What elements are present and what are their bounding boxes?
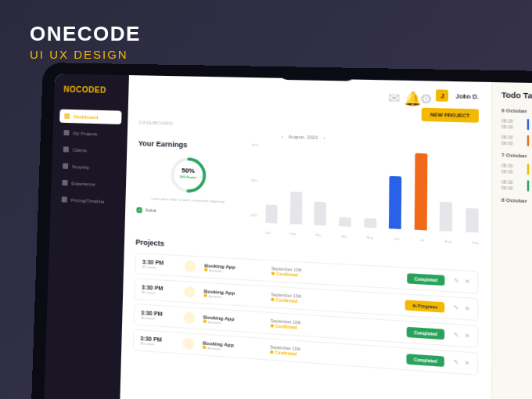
todo-time: 08:3009:00 xyxy=(501,118,522,130)
todo-day-header[interactable]: 6 October⌄ xyxy=(501,108,532,116)
todo-item[interactable]: 08:3009:00TasksProject xyxy=(501,163,532,178)
delete-icon[interactable]: ✕ xyxy=(465,360,470,368)
bar-jul xyxy=(415,153,428,231)
status-badge: In Progress xyxy=(405,300,444,312)
marketing-subtitle: UI UX DESIGN xyxy=(30,48,141,61)
messages-icon[interactable]: ✉ xyxy=(389,90,397,99)
active-label: Active xyxy=(146,207,156,213)
project-icon xyxy=(183,311,195,324)
chevron-left-icon[interactable]: ‹ xyxy=(282,134,283,138)
bar-sep xyxy=(466,208,478,233)
brand-logo: NOCODED xyxy=(60,84,122,95)
marketing-title: ONECODE xyxy=(30,22,141,46)
project-time: 3:30 PM30 minute xyxy=(140,336,174,348)
pin-icon xyxy=(203,319,207,323)
project-date: September 10thConfirmed xyxy=(271,318,398,337)
x-tick: Jul xyxy=(419,238,424,243)
x-tick: Jan xyxy=(265,230,271,235)
nav-label: Clients xyxy=(73,147,88,153)
todo-time: 08:3009:00 xyxy=(501,163,522,174)
x-tick: Apr xyxy=(341,234,347,239)
edit-icon[interactable]: ✎ xyxy=(454,304,459,311)
date-nav-label: August, 2021 xyxy=(288,134,318,140)
sidebar-item-experience[interactable]: Experience xyxy=(57,176,120,192)
sidebar-item-pricing-timeline[interactable]: Pricing/Timeline xyxy=(57,192,120,209)
todo-color-bar xyxy=(527,164,529,174)
todo-color-bar xyxy=(527,180,529,192)
earnings-desc: Lorem ipsum dolor sit amet, consectetur … xyxy=(137,196,239,204)
status-badge: Completed xyxy=(407,273,444,286)
edit-icon[interactable]: ✎ xyxy=(454,278,459,285)
nav-icon xyxy=(63,130,69,135)
project-app: Booking AppAustralia xyxy=(203,340,261,354)
edit-icon[interactable]: ✎ xyxy=(454,332,459,339)
todo-day-header[interactable]: 7 October⌄ xyxy=(501,153,532,161)
todo-time: 08:3009:00 xyxy=(501,135,522,146)
nav-icon xyxy=(62,180,67,185)
sidebar-item-dashboard[interactable]: Dashboard xyxy=(59,110,122,124)
todo-panel: Todo Tasks 6 October⌄08:3009:00Marketing… xyxy=(491,82,532,399)
sidebar-item-scoping[interactable]: Scoping xyxy=(58,159,120,174)
bar-mar xyxy=(315,202,327,226)
bar-jan xyxy=(265,204,278,224)
sidebar: NOCODED DashboardMy ProjectsClientsScopi… xyxy=(43,74,129,399)
check-icon: ✓ xyxy=(136,207,142,213)
edit-icon[interactable]: ✎ xyxy=(454,359,459,366)
project-date: September 10thConfirmed xyxy=(271,292,397,310)
bar-jun xyxy=(389,176,401,229)
todo-item[interactable]: 08:3009:00DevelopingJava Tasks xyxy=(501,135,532,149)
marketing-overlay: ONECODE UI UX DESIGN xyxy=(30,22,141,61)
earnings-chart: 60%30%10% JanFebMarAprMayJunJulAugSep xyxy=(250,143,479,245)
x-tick: Jun xyxy=(394,236,399,241)
bell-icon[interactable]: 🔔 xyxy=(404,91,413,99)
earnings-card: Your Earnings 50% 15% Faster Lorem ipsum… xyxy=(136,139,240,233)
todo-color-bar xyxy=(527,119,529,130)
earnings-title: Your Earnings xyxy=(138,139,240,151)
bar-may xyxy=(364,218,376,228)
project-app: Booking AppAustralia xyxy=(203,315,262,328)
status-badge: Completed xyxy=(407,354,444,367)
y-tick: 30% xyxy=(251,178,258,182)
sidebar-item-my-projects[interactable]: My Projects xyxy=(59,126,121,142)
pin-icon xyxy=(203,293,207,297)
main-area: ✉ 🔔 ⚙ J John D. NEW PROJECT DASHBOARD ‹ … xyxy=(119,75,532,399)
laptop-notch xyxy=(279,66,355,81)
avatar[interactable]: J xyxy=(436,89,448,101)
nav-icon xyxy=(63,146,69,152)
earnings-gauge: 50% 15% Faster xyxy=(170,156,207,194)
project-time: 3:30 PM30 minute xyxy=(141,310,175,322)
chevron-right-icon[interactable]: › xyxy=(323,135,325,140)
delete-icon[interactable]: ✕ xyxy=(465,305,470,312)
active-checkbox[interactable]: ✓ Active xyxy=(136,207,239,217)
delete-icon[interactable]: ✕ xyxy=(465,278,470,285)
x-tick: May xyxy=(367,235,374,240)
nav-label: Dashboard xyxy=(74,114,98,120)
projects-section: Projects 3:30 PM30 minuteBooking AppAust… xyxy=(133,238,479,376)
nav-label: Pricing/Timeline xyxy=(71,197,105,203)
x-tick: Mar xyxy=(315,233,322,238)
bar-apr xyxy=(339,217,351,227)
x-tick: Feb xyxy=(290,232,297,236)
todo-day-header[interactable]: 8 October⌄ xyxy=(501,197,532,207)
nav-label: Experience xyxy=(71,181,95,186)
delete-icon[interactable]: ✕ xyxy=(465,332,470,340)
bar-aug xyxy=(440,202,452,232)
y-tick: 10% xyxy=(250,213,257,217)
x-tick: Aug xyxy=(445,239,451,243)
project-icon xyxy=(182,337,194,350)
project-time: 3:30 PM30 minute xyxy=(142,259,177,271)
todo-title: Todo Tasks xyxy=(501,91,532,102)
todo-item[interactable]: 08:3009:00SalesSuccess xyxy=(501,179,532,194)
project-icon xyxy=(185,261,196,273)
nav-icon xyxy=(62,196,67,202)
pin-icon xyxy=(204,268,207,271)
laptop-frame: NOCODED DashboardMy ProjectsClientsScopi… xyxy=(31,63,532,399)
project-app: Booking AppAustralia xyxy=(204,263,263,275)
new-project-button[interactable]: NEW PROJECT xyxy=(422,108,479,123)
topbar: ✉ 🔔 ⚙ J John D. xyxy=(139,84,479,102)
project-icon xyxy=(184,286,196,298)
gear-icon[interactable]: ⚙ xyxy=(420,91,429,99)
status-badge: Completed xyxy=(407,327,444,340)
todo-item[interactable]: 08:3009:00Marketing3 markets sales xyxy=(501,118,532,132)
sidebar-item-clients[interactable]: Clients xyxy=(59,142,121,158)
